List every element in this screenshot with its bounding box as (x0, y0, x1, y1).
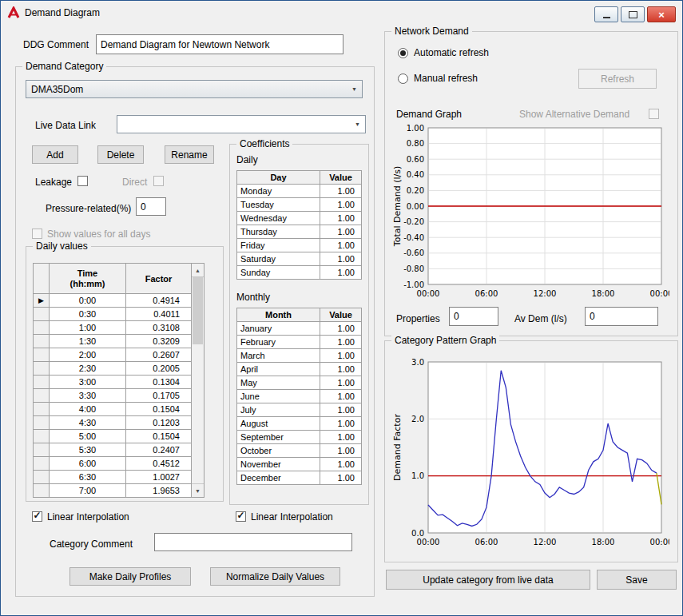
value-column-header[interactable]: Value (320, 308, 362, 322)
table-row[interactable]: Monday1.00 (237, 185, 362, 198)
cell[interactable]: 1.00 (320, 252, 362, 266)
cell[interactable]: 1.00 (320, 185, 362, 198)
manual-refresh-radio[interactable] (398, 74, 408, 84)
cell[interactable]: March (237, 349, 320, 363)
automatic-refresh-radio[interactable] (398, 48, 408, 58)
cell[interactable]: 3:30 (50, 389, 126, 403)
category-comment-input[interactable] (154, 533, 352, 551)
cell[interactable]: 0.2407 (126, 443, 192, 457)
cell[interactable]: 0.4512 (126, 457, 192, 471)
daily-values-scrollbar[interactable]: ▲ ▼ (191, 263, 205, 498)
leakage-checkbox[interactable] (77, 176, 88, 186)
ddg-comment-input[interactable] (96, 34, 343, 54)
cell[interactable]: July (237, 403, 320, 417)
cell[interactable]: 1.00 (320, 225, 362, 239)
table-row[interactable]: 5:000.1504 (34, 430, 192, 443)
add-button[interactable]: Add (32, 145, 78, 164)
cell[interactable]: 0.1203 (126, 416, 192, 430)
table-row[interactable]: November1.00 (237, 458, 362, 471)
cell[interactable]: 5:00 (50, 430, 126, 443)
cell[interactable]: February (237, 336, 320, 349)
table-row[interactable]: 5:300.2407 (34, 443, 192, 457)
update-category-button[interactable]: Update category from live data (386, 570, 590, 590)
cell[interactable]: 6:00 (50, 457, 126, 471)
cell[interactable]: 1.9653 (126, 484, 192, 498)
table-row[interactable]: 0:300.4011 (34, 308, 192, 321)
cell[interactable]: Friday (237, 239, 320, 252)
manual-refresh-label[interactable]: Manual refresh (414, 73, 478, 84)
cell[interactable]: December (237, 471, 320, 485)
cell[interactable]: 3:00 (50, 376, 126, 389)
maximize-button[interactable] (621, 6, 645, 22)
make-daily-profiles-button[interactable]: Make Daily Profiles (69, 567, 191, 586)
table-row[interactable]: June1.00 (237, 390, 362, 403)
table-row[interactable]: 2:000.2607 (34, 348, 192, 362)
cell[interactable]: 0.1304 (126, 376, 192, 389)
cell[interactable]: 1.00 (320, 212, 362, 225)
row-marker-cell[interactable] (34, 416, 50, 430)
row-marker-cell[interactable] (34, 362, 50, 376)
cell[interactable]: 4:30 (50, 416, 126, 430)
coefficients-linear-interpolation-checkbox[interactable]: ✓ (236, 511, 246, 522)
table-row[interactable]: Sunday1.00 (237, 266, 362, 280)
cell[interactable]: November (237, 458, 320, 471)
row-marker-cell[interactable] (34, 484, 50, 498)
cell[interactable]: 0.4914 (126, 294, 192, 308)
table-row[interactable]: ▶0:000.4914 (34, 294, 192, 308)
table-row[interactable]: Saturday1.00 (237, 252, 362, 266)
cell[interactable]: June (237, 390, 320, 403)
table-row[interactable]: 6:301.0027 (34, 471, 192, 484)
cell[interactable]: 1.00 (320, 322, 362, 336)
daily-linear-interpolation-checkbox[interactable]: ✓ (32, 511, 42, 522)
automatic-refresh-label[interactable]: Automatic refresh (414, 47, 489, 58)
cell[interactable]: 1.00 (320, 431, 362, 444)
cell[interactable]: 1.00 (320, 376, 362, 390)
row-marker-cell[interactable] (34, 443, 50, 457)
row-marker-cell[interactable] (34, 457, 50, 471)
table-row[interactable]: January1.00 (237, 322, 362, 336)
scroll-up-button[interactable]: ▲ (192, 264, 204, 277)
row-marker-cell[interactable] (34, 335, 50, 348)
table-row[interactable]: Tuesday1.00 (237, 198, 362, 212)
cell[interactable]: Sunday (237, 266, 320, 280)
cell[interactable]: 1.00 (320, 239, 362, 252)
cell[interactable]: 2:30 (50, 362, 126, 376)
value-column-header[interactable]: Value (320, 171, 362, 185)
cell[interactable]: May (237, 376, 320, 390)
cell[interactable]: 1.00 (320, 471, 362, 485)
cell[interactable]: 1:30 (50, 335, 126, 348)
cell[interactable]: January (237, 322, 320, 336)
cell[interactable]: Saturday (237, 252, 320, 266)
factor-column-header[interactable]: Factor (126, 264, 192, 294)
cell[interactable]: 1.00 (320, 458, 362, 471)
scroll-down-button[interactable]: ▼ (192, 483, 204, 497)
row-marker-cell[interactable] (34, 376, 50, 389)
rename-button[interactable]: Rename (165, 145, 214, 164)
row-marker-cell[interactable] (34, 430, 50, 443)
scrollbar-thumb[interactable] (193, 277, 203, 344)
table-row[interactable]: February1.00 (237, 336, 362, 349)
close-button[interactable]: × (647, 6, 676, 22)
cell[interactable]: 1.0027 (126, 471, 192, 484)
cell[interactable]: 0.2005 (126, 362, 192, 376)
table-row[interactable]: July1.00 (237, 403, 362, 417)
table-row[interactable]: August1.00 (237, 417, 362, 431)
pressure-related-input[interactable] (136, 197, 166, 216)
cell[interactable]: 1.00 (320, 198, 362, 212)
cell[interactable]: 0.3108 (126, 321, 192, 335)
table-row[interactable]: 4:000.1504 (34, 403, 192, 416)
cell[interactable]: April (237, 363, 320, 376)
live-data-link-select[interactable]: ▼ (117, 115, 366, 133)
table-row[interactable]: Wednesday1.00 (237, 212, 362, 225)
row-marker-cell[interactable] (34, 308, 50, 321)
table-row[interactable]: 2:300.2005 (34, 362, 192, 376)
leakage-label[interactable]: Leakage (35, 177, 72, 188)
table-row[interactable]: Thursday1.00 (237, 225, 362, 239)
cell[interactable]: 0.3209 (126, 335, 192, 348)
cell[interactable]: 4:00 (50, 403, 126, 416)
table-row[interactable]: October1.00 (237, 444, 362, 458)
cell[interactable]: 1.00 (320, 390, 362, 403)
cell[interactable]: 5:30 (50, 443, 126, 457)
month-column-header[interactable]: Month (237, 308, 320, 322)
cell[interactable]: 1.00 (320, 349, 362, 363)
